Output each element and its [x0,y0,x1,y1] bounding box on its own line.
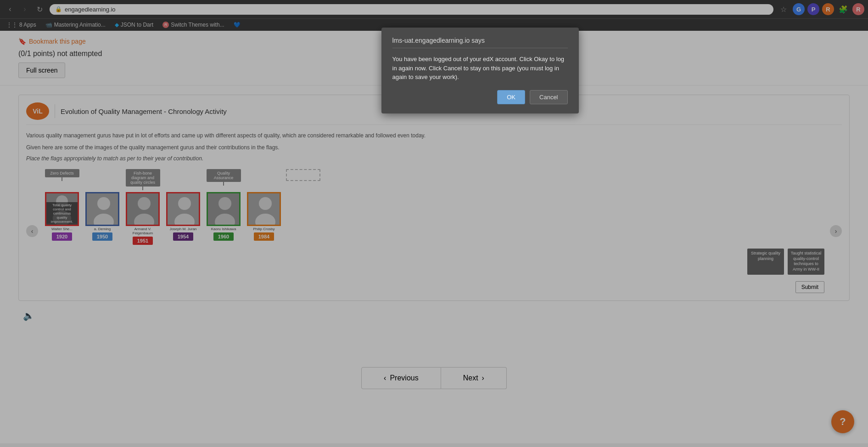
modal-cancel-button[interactable]: Cancel [530,90,567,104]
modal-buttons: OK Cancel [392,90,568,104]
modal-dialog: lms-uat.engagedlearning.io says You have… [381,28,579,113]
modal-title: lms-uat.engagedlearning.io says [392,37,568,48]
modal-overlay: lms-uat.engagedlearning.io says You have… [0,0,868,443]
modal-ok-button[interactable]: OK [497,90,525,104]
modal-body: You have been logged out of your edX acc… [392,55,568,82]
